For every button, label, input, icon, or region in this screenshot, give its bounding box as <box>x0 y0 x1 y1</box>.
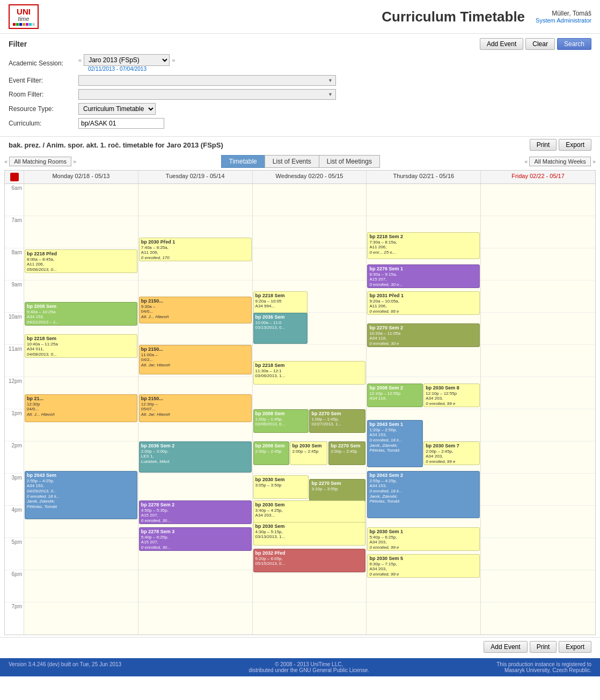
event-t7[interactable]: bp 2278 Sem 3 5:40p – 6:25p, A15 207, 0 … <box>139 527 252 551</box>
event-w1[interactable]: bp 2218 Sem 9:20a – 10:05 A34 994... <box>253 291 308 315</box>
event-th1[interactable]: bp 2218 Sem 2 7:30a – 8:15a, A11 206, 0 … <box>367 232 480 259</box>
event-t6[interactable]: bp 2278 Sem 2 4:50p – 5:35p, A15 207, 0 … <box>139 500 252 524</box>
print-button-bottom[interactable]: Print <box>530 641 557 653</box>
filter-title: Filter <box>9 40 27 48</box>
event-t4[interactable]: bp 2150... 12:30p – 05/07... Atl. Jar; H… <box>139 394 252 422</box>
calendar: Monday 02/18 - 05/13 Tuesday 02/19 - 05/… <box>4 170 596 635</box>
resource-type-label: Resource Type: <box>9 105 78 113</box>
day-header-fri: Friday 02/22 - 05/17 <box>481 171 595 183</box>
time-6pm: 6pm <box>5 570 24 602</box>
event-m2[interactable]: bp 2008 Sem 9:40a – 10:25a A34 153, 04/2… <box>25 302 137 326</box>
app-title-area: Curriculum Timetable <box>39 9 536 25</box>
event-filter-row: Event Filter: ▼ <box>9 75 591 86</box>
tab-timetable[interactable]: Timetable <box>221 155 265 168</box>
event-filter-label: Event Filter: <box>9 77 78 84</box>
curriculum-input[interactable] <box>78 118 164 129</box>
event-th4[interactable]: bp 2270 Sem 2 10:20a – 11:05a A34 118, 0… <box>367 323 480 347</box>
event-w12[interactable]: bp 2030 Sem 4:30p – 5:15p, 03/13/2013, 1… <box>253 522 366 546</box>
event-t3[interactable]: bp 2150... 11:00a – 04/2... Atl. Jar; Hl… <box>139 345 252 374</box>
footer-copyright: © 2008 - 2013 UniTime LLC,distributed un… <box>248 661 369 673</box>
week-selector[interactable]: All Matching Weeks <box>529 157 590 166</box>
search-button[interactable]: Search <box>557 38 591 50</box>
tab-events[interactable]: List of Events <box>265 155 319 168</box>
event-th5[interactable]: bp 2008 Sem 2 12:10p – 12:55p A34 118, <box>367 384 423 407</box>
add-event-button[interactable]: Add Event <box>480 38 523 50</box>
event-w8[interactable]: bp 2270 Sem 2:00p – 2:45p <box>328 441 365 465</box>
event-w2[interactable]: bp 2036 Sem 10:00a – 11:0 03/13/2013, 0.… <box>253 313 308 344</box>
week-next-arrow[interactable]: » <box>592 158 596 165</box>
academic-session-label: Academic Session: <box>9 60 78 67</box>
event-filter-select[interactable] <box>78 75 336 86</box>
session-selector: « Jaro 2013 (FSpS) » 02/11/2013 - 07/04/… <box>78 54 175 72</box>
footer-version: Version 3.4.246 (dev) built on Tue, 25 J… <box>9 661 121 673</box>
event-m5[interactable]: bp 2043 Sem 2:55p – 4:25p, A34 153, 04/2… <box>25 471 137 519</box>
tab-meetings[interactable]: List of Meetings <box>319 155 380 168</box>
thursday-column: bp 2218 Sem 2 7:30a – 8:15a, A11 206, 0 … <box>367 184 481 635</box>
clear-button[interactable]: Clear <box>525 38 555 50</box>
time-2pm: 2pm <box>5 441 24 474</box>
logo-time: time <box>18 16 30 22</box>
logo-text: UNI <box>17 8 31 16</box>
week-nav: « All Matching Weeks » <box>524 157 596 166</box>
time-3pm: 3pm <box>5 474 24 506</box>
calendar-body: 6am 7am 8am 9am 10am 11am 12pm 1pm 2pm 3… <box>5 184 595 635</box>
add-event-button-bottom[interactable]: Add Event <box>484 641 527 653</box>
event-th2[interactable]: bp 2276 Sem 1 8:30a – 9:15a, A15 207, 0 … <box>367 264 480 288</box>
event-th9[interactable]: bp 2043 Sem 2 2:55p – 4:25p, A34 153, 0 … <box>367 471 480 518</box>
subtitle-buttons: Print Export <box>530 139 591 151</box>
day-header-wed: Wednesday 02/20 - 05/15 <box>253 171 367 183</box>
logo-area: UNI time <box>9 4 39 29</box>
wednesday-column: bp 2218 Sem 9:20a – 10:05 A34 994... bp … <box>253 184 367 635</box>
filter-section: Filter Add Event Clear Search Academic S… <box>0 34 600 137</box>
time-9am: 9am <box>5 281 24 313</box>
tuesday-column: bp 2030 Před 1 7:40a – 8:25a, A11 206, 0… <box>138 184 253 635</box>
room-selector[interactable]: All Matching Rooms <box>9 157 71 166</box>
event-t5[interactable]: bp 2036 Sem 2 2:00p – 3:00p, LES 1, Luká… <box>139 441 252 473</box>
event-th7[interactable]: bp 2043 Sem 1 1:20p – 2:50p, A34 153, 0 … <box>367 420 423 467</box>
event-th6[interactable]: bp 2030 Sem 8 12:10p – 12:55p A34 203, 0… <box>423 384 480 407</box>
export-button-bottom[interactable]: Export <box>559 641 591 653</box>
event-th11[interactable]: bp 2030 Sem 5 6:30p – 7:15p, A34 203, 0 … <box>367 554 480 578</box>
session-select[interactable]: Jaro 2013 (FSpS) <box>84 54 170 66</box>
time-1pm: 1pm <box>5 409 24 441</box>
calendar-icon <box>10 173 19 181</box>
room-prev-arrow[interactable]: « <box>4 158 8 165</box>
event-w5[interactable]: bp 2270 Sem 1:00p – 1:45p, 02/27/2013, 1… <box>309 409 365 433</box>
event-w6[interactable]: bp 2008 Sem 2:00p – 2:45p <box>253 441 290 465</box>
event-th10[interactable]: bp 2030 Sem 1 5:40p – 6:25p, A34 203, 0 … <box>367 527 480 551</box>
event-w9[interactable]: bp 2030 Sem 3:05p – 3:50p <box>253 475 309 499</box>
print-button-top[interactable]: Print <box>530 139 557 151</box>
app-title: Curriculum Timetable <box>39 9 525 25</box>
cal-corner <box>5 171 24 183</box>
room-next-arrow[interactable]: » <box>73 158 76 165</box>
event-m1[interactable]: bp 2218 Před 8:00a – 8:45a, A11 206, 05/… <box>25 249 137 273</box>
export-button-top[interactable]: Export <box>559 139 591 151</box>
logo-colors <box>13 23 35 26</box>
top-header: UNI time Curriculum Timetable Müller, To… <box>0 0 600 34</box>
curriculum-label: Curriculum: <box>9 120 78 127</box>
subtitle-text: bak. prez. / Anim. spor. akt. 1. roč. ti… <box>9 141 223 149</box>
resource-type-select[interactable]: Curriculum Timetable <box>78 103 156 115</box>
resource-type-row: Resource Type: Curriculum Timetable <box>9 103 591 115</box>
session-prev[interactable]: « <box>78 57 82 63</box>
event-th3[interactable]: bp 2031 Před 1 9:20a – 10:05a, A11 206, … <box>367 291 480 315</box>
session-next[interactable]: » <box>172 57 175 63</box>
event-m3[interactable]: bp 2218 Sem 10:40a – 11:25a A34 011, 04/… <box>25 334 137 358</box>
event-w3[interactable]: bp 2218 Sem 11:30a – 12:1 03/06/2013, 1.… <box>253 361 366 385</box>
event-w11[interactable]: bp 2030 Sem 3:40p – 4:25p, A34 203... <box>253 500 366 524</box>
time-11am: 11am <box>5 345 24 377</box>
event-w13[interactable]: bp 2032 Před 5:20p – 6:05p, 05/15/2013, … <box>253 549 366 572</box>
week-prev-arrow[interactable]: « <box>524 158 528 165</box>
event-w7[interactable]: bp 2030 Sem 2:00p – 2:45p <box>290 441 327 465</box>
room-filter-select[interactable] <box>78 89 336 100</box>
academic-session-row: Academic Session: « Jaro 2013 (FSpS) » 0… <box>9 54 591 72</box>
event-th8[interactable]: bp 2030 Sem 7 2:00p – 2:45p, A34 203, 0 … <box>423 441 480 465</box>
time-8am: 8am <box>5 248 24 281</box>
time-column: 6am 7am 8am 9am 10am 11am 12pm 1pm 2pm 3… <box>5 184 24 635</box>
event-m4[interactable]: bp 21... 12:30p 04/0... Atl. J... Hlavoň <box>25 394 137 422</box>
event-t1[interactable]: bp 2030 Před 1 7:40a – 8:25a, A11 206, 0… <box>139 238 252 261</box>
event-t2[interactable]: bp 2150... 9:30a – 04/0... Atl. J... Hla… <box>139 297 252 323</box>
event-w10[interactable]: bp 2270 Sem 3:10p – 3:55p <box>309 479 365 503</box>
event-w4[interactable]: bp 2008 Sem 1:00p – 1:45p, 03/06/2013, 0… <box>253 409 309 433</box>
session-date: 02/11/2013 - 07/04/2013 <box>88 66 175 72</box>
